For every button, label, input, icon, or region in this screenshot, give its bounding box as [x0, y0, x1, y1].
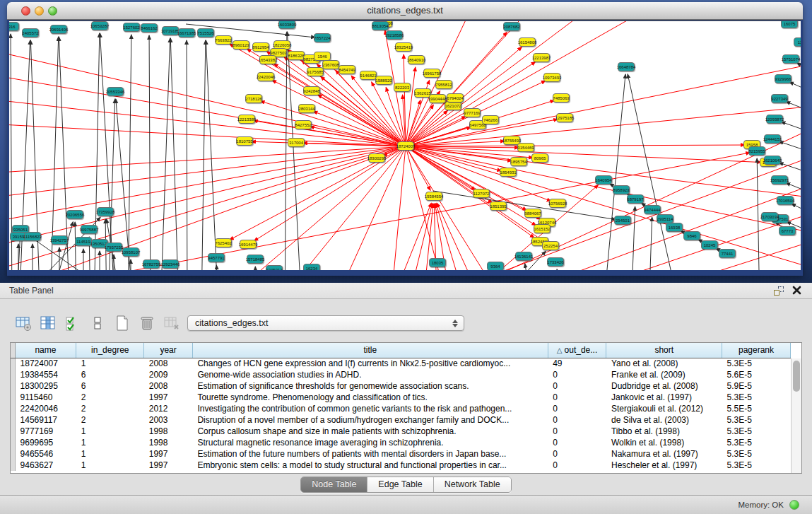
table-row[interactable]: 911546021997Tourette syndrome. Phenomeno… — [11, 392, 791, 403]
cell-name[interactable]: 9115460 — [15, 392, 76, 403]
column-header-in_degree[interactable]: in_degree — [76, 343, 144, 358]
delete-columns-icon[interactable] — [138, 314, 156, 332]
network-node[interactable]: 20206556 — [66, 210, 83, 219]
column-header-out_degree[interactable]: △out_de... — [548, 343, 606, 358]
table-row[interactable]: 946554611997Estimation of the future num… — [11, 448, 791, 460]
network-node[interactable]: 12923446 — [162, 259, 179, 269]
network-node[interactable]: 80965 — [531, 153, 548, 163]
column-header-short[interactable]: short — [606, 343, 722, 358]
network-node[interactable]: 21703034 — [761, 212, 778, 221]
network-node[interactable]: 17016504 — [777, 196, 794, 205]
network-node[interactable]: 67773 — [779, 226, 796, 235]
network-node[interactable]: 15718485 — [247, 255, 264, 264]
network-node[interactable]: 114519 — [75, 237, 92, 246]
network-node[interactable]: 17359928 — [97, 207, 114, 216]
network-node[interactable]: 16782759 — [143, 259, 160, 269]
network-node[interactable]: 9245012 — [266, 265, 283, 270]
cell-in_degree[interactable]: 1 — [76, 448, 144, 460]
cell-out_degree[interactable]: 0 — [548, 460, 606, 471]
network-node[interactable]: 7955812 — [435, 80, 452, 89]
scrollbar-thumb[interactable] — [793, 361, 800, 392]
cell-title[interactable]: Tourette syndrome. Phenomenology and cla… — [192, 392, 548, 403]
network-window-titlebar[interactable]: citations_edges.txt — [7, 2, 803, 20]
cell-in_degree[interactable]: 6 — [76, 369, 144, 380]
column-header-title[interactable]: title — [192, 343, 548, 358]
cell-name[interactable]: 9465546 — [15, 448, 76, 460]
cell-pagerank[interactable]: 5.3E-5 — [722, 437, 791, 448]
network-node[interactable]: 8427552 — [295, 120, 312, 129]
cell-pagerank[interactable]: 5.9E-5 — [722, 380, 791, 392]
network-node[interactable]: 294501 — [614, 216, 631, 225]
cell-short[interactable]: Dudbridge et al. (2008) — [606, 380, 722, 392]
show-columns-icon[interactable] — [39, 314, 57, 332]
cell-title[interactable]: Corpus callosum shape and size in male p… — [192, 426, 548, 437]
network-node[interactable]: 2405572 — [22, 28, 39, 37]
network-node[interactable]: 12213389 — [238, 115, 255, 124]
cell-in_degree[interactable]: 2 — [76, 392, 144, 403]
network-node[interactable]: 12093872 — [766, 115, 783, 124]
network-node[interactable]: 16914479 — [240, 240, 257, 249]
cell-pagerank[interactable]: 5.6E-5 — [722, 369, 791, 380]
cell-short[interactable]: Tibbo et al. (1998) — [606, 426, 722, 437]
network-node[interactable]: 20553346 — [107, 87, 124, 96]
network-node[interactable]: 8215955 — [748, 146, 765, 156]
table-row[interactable]: 1456911722003Disruption of a novel membe… — [11, 414, 791, 426]
network-node[interactable]: 1851395 — [490, 201, 507, 211]
cell-name[interactable]: 19384554 — [15, 369, 76, 380]
vertical-scrollbar[interactable] — [791, 358, 801, 473]
cell-out_degree[interactable]: 0 — [548, 437, 606, 448]
network-node[interactable]: 317004 — [288, 138, 305, 147]
network-node[interactable]: 9457791 — [208, 253, 225, 262]
network-node[interactable]: 9146821 — [360, 71, 377, 80]
network-node[interactable]: 2367608 — [322, 60, 339, 69]
cell-short[interactable]: Stergiakouli et al. (2012) — [606, 403, 722, 414]
cell-name[interactable]: 18724007 — [15, 358, 76, 369]
network-node[interactable]: 15751074 — [782, 54, 799, 64]
cell-pagerank[interactable]: 5.5E-5 — [722, 403, 791, 414]
network-node[interactable]: 1112 — [794, 37, 801, 47]
network-node[interactable]: 746266 — [482, 115, 499, 124]
cell-in_degree[interactable]: 1 — [76, 358, 144, 369]
column-header-pagerank[interactable]: pagerank — [722, 343, 791, 358]
network-node[interactable]: 18724007 — [397, 141, 414, 151]
tab-edge-table[interactable]: Edge Table — [367, 477, 433, 492]
network-node[interactable]: 10245 — [701, 240, 718, 250]
table-row[interactable]: 977716911998Corpus callosum shape and si… — [11, 426, 791, 437]
table-row[interactable]: 1872400712008Changes of HCN gene express… — [11, 358, 791, 369]
network-node[interactable]: 77441 — [719, 249, 736, 258]
tab-node-table[interactable]: Node Table — [301, 477, 367, 492]
network-node[interactable]: 16075 — [781, 21, 798, 28]
network-node[interactable]: 10958107 — [122, 247, 139, 257]
network-node[interactable]: 11156823 — [24, 232, 41, 241]
network-node[interactable]: 18325419 — [395, 42, 412, 52]
network-node[interactable]: 1527602 — [123, 23, 140, 32]
network-node[interactable]: 8960123 — [233, 40, 249, 49]
network-node[interactable]: 13942757 — [51, 235, 68, 245]
cell-name[interactable]: 14569117 — [15, 414, 76, 426]
network-node[interactable]: 12444151 — [764, 134, 781, 144]
network-node[interactable]: 18300295 — [368, 153, 385, 163]
network-node[interactable]: 1733426 — [547, 257, 564, 267]
network-node[interactable]: 7663822 — [215, 35, 232, 45]
cell-short[interactable]: Nakamura et al. (1997) — [606, 448, 722, 460]
network-node[interactable]: 10719185 — [162, 26, 179, 35]
network-node[interactable]: 12975185 — [556, 113, 573, 122]
network-node[interactable]: 8186328 — [288, 51, 305, 60]
column-header-year[interactable]: year — [144, 343, 193, 358]
network-node[interactable]: 10756928 — [549, 199, 566, 208]
network-node[interactable]: 9154469 — [517, 143, 534, 152]
network-node[interactable]: 2803144 — [298, 104, 315, 113]
network-node[interactable]: 10973493 — [543, 73, 560, 82]
network-node[interactable]: 8466162 — [141, 23, 158, 33]
cell-in_degree[interactable]: 6 — [76, 380, 144, 392]
create-column-icon[interactable] — [113, 314, 131, 332]
cell-pagerank[interactable]: 5.3E-5 — [722, 448, 791, 460]
network-node[interactable]: 1640954 — [595, 175, 612, 185]
network-node[interactable]: 2718126 — [245, 94, 262, 103]
network-node[interactable]: 9364 — [487, 262, 504, 270]
cell-out_degree[interactable]: 49 — [548, 358, 606, 369]
cell-title[interactable]: Changes of HCN gene expression and I(f) … — [192, 358, 548, 369]
cell-year[interactable]: 1998 — [144, 437, 193, 448]
cell-in_degree[interactable]: 1 — [76, 460, 144, 471]
cell-year[interactable]: 1997 — [144, 392, 193, 403]
